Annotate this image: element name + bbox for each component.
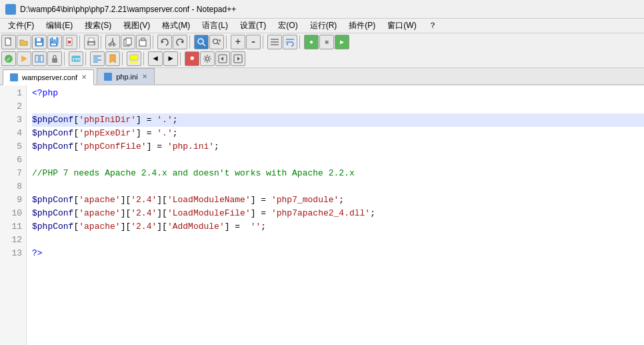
toolbar-sep-12 bbox=[180, 52, 183, 65]
tab-icon-1 bbox=[104, 73, 112, 81]
toolbar-area: + - ● ■ ▶ ✓ FTP bbox=[0, 33, 644, 68]
print-button[interactable] bbox=[84, 35, 99, 49]
stop-button[interactable]: ■ bbox=[185, 51, 199, 66]
highlight-button[interactable] bbox=[127, 51, 141, 66]
menu-item-menu-language[interactable]: 语言(L) bbox=[197, 19, 233, 33]
line-number-6: 6 bbox=[0, 153, 22, 167]
code-line-10: $phpConf['apache']['2.4']['LoadModuleFil… bbox=[32, 207, 644, 220]
wordwrap-button[interactable] bbox=[283, 35, 297, 49]
svg-rect-39 bbox=[35, 55, 39, 62]
svg-marker-25 bbox=[161, 40, 164, 43]
line-number-12: 12 bbox=[0, 234, 22, 247]
menu-item-menu-file[interactable]: 文件(F) bbox=[3, 19, 39, 33]
tab-1[interactable]: php.ini✕ bbox=[97, 68, 154, 84]
line-number-2: 2 bbox=[0, 100, 22, 113]
menu-item-menu-macro[interactable]: 宏(O) bbox=[273, 19, 303, 33]
line-number-9: 9 bbox=[0, 194, 22, 207]
save-all-button[interactable] bbox=[47, 35, 62, 49]
menu-bar: 文件(F)编辑(E)搜索(S)视图(V)格式(M)语言(L)设置(T)宏(O)运… bbox=[0, 19, 644, 33]
svg-point-50 bbox=[206, 57, 209, 60]
zoom-in-button[interactable]: + bbox=[231, 35, 245, 49]
code-line-6 bbox=[32, 153, 644, 167]
line-number-10: 10 bbox=[0, 207, 22, 220]
tab-0[interactable]: wampserver.conf✕ bbox=[3, 69, 94, 85]
prev-item-button[interactable] bbox=[215, 51, 230, 66]
svg-rect-49 bbox=[130, 61, 138, 63]
syntax-check-button[interactable]: ✓ bbox=[1, 51, 16, 66]
svg-rect-4 bbox=[37, 43, 42, 45]
menu-item-menu-edit[interactable]: 编辑(E) bbox=[41, 19, 78, 33]
settings-button[interactable] bbox=[200, 51, 215, 66]
svg-point-27 bbox=[198, 39, 203, 44]
run-script-button[interactable] bbox=[17, 51, 31, 66]
code-content[interactable]: <?php $phpConf['phpIniDir'] = '.';$phpCo… bbox=[27, 85, 644, 345]
menu-item-menu-window[interactable]: 窗口(W) bbox=[382, 19, 421, 33]
menu-item-menu-search[interactable]: 搜索(S) bbox=[79, 19, 117, 33]
svg-rect-15 bbox=[89, 43, 94, 45]
macro-record-button[interactable]: ● bbox=[304, 35, 319, 49]
close-button[interactable] bbox=[63, 35, 77, 49]
bookmark-button[interactable] bbox=[105, 51, 120, 66]
menu-item-menu-run[interactable]: 运行(R) bbox=[305, 19, 343, 33]
new-button[interactable] bbox=[1, 35, 16, 49]
find-button[interactable] bbox=[194, 35, 209, 49]
align-left-button[interactable] bbox=[90, 51, 105, 66]
tabs-bar: wampserver.conf✕php.ini✕ bbox=[0, 68, 644, 85]
tab-close-0[interactable]: ✕ bbox=[81, 73, 87, 81]
svg-marker-35 bbox=[286, 43, 288, 45]
code-line-7: //PHP 7 needs Apache 2.4.x and doesn't w… bbox=[32, 167, 644, 180]
macro-play-button[interactable]: ▶ bbox=[335, 35, 349, 49]
code-line-4: $phpConf['phpExeDir'] = '.'; bbox=[32, 127, 644, 140]
encrypt-button[interactable] bbox=[47, 51, 62, 66]
next-item-button[interactable] bbox=[231, 51, 245, 66]
tab-label-0: wampserver.conf bbox=[22, 73, 77, 81]
toolbar-sep-8 bbox=[64, 52, 67, 65]
menu-item-menu-plugins[interactable]: 插件(P) bbox=[343, 19, 381, 33]
svg-marker-38 bbox=[21, 55, 27, 62]
svg-text:FTP: FTP bbox=[73, 57, 80, 61]
line-number-11: 11 bbox=[0, 220, 22, 234]
paste-button[interactable] bbox=[136, 35, 151, 49]
undo-button[interactable] bbox=[157, 35, 172, 49]
compare-button[interactable] bbox=[32, 51, 47, 66]
toolbar-row-1: + - ● ■ ▶ bbox=[1, 35, 643, 50]
line-number-13: 13 bbox=[0, 247, 22, 260]
code-line-11: $phpConf['apache']['2.4']['AddModule'] =… bbox=[32, 220, 644, 234]
svg-rect-48 bbox=[130, 55, 138, 60]
svg-marker-52 bbox=[221, 57, 223, 61]
menu-item-menu-format[interactable]: 格式(M) bbox=[157, 19, 195, 33]
redo-button[interactable] bbox=[173, 35, 187, 49]
svg-rect-41 bbox=[52, 58, 57, 63]
ftp-button[interactable]: FTP bbox=[69, 51, 83, 66]
line-number-8: 8 bbox=[0, 180, 22, 194]
next-button[interactable]: ▶ bbox=[163, 51, 178, 66]
svg-line-30 bbox=[217, 43, 219, 45]
menu-item-menu-settings[interactable]: 设置(T) bbox=[235, 19, 271, 33]
menu-item-menu-help[interactable]: ？ bbox=[423, 19, 442, 33]
line-number-5: 5 bbox=[0, 140, 22, 153]
tab-close-1[interactable]: ✕ bbox=[142, 73, 147, 80]
toolbar-sep-7 bbox=[299, 35, 302, 49]
toolbar-sep-6 bbox=[263, 35, 265, 49]
svg-rect-24 bbox=[141, 38, 145, 41]
open-button[interactable] bbox=[17, 35, 31, 49]
svg-rect-7 bbox=[51, 43, 56, 45]
zoom-out-button[interactable]: - bbox=[246, 35, 261, 49]
svg-marker-54 bbox=[237, 57, 240, 61]
code-line-5: $phpConf['phpConfFile'] = 'php.ini'; bbox=[32, 140, 644, 153]
toolbar-sep-5 bbox=[226, 35, 229, 49]
menu-item-menu-view[interactable]: 视图(V) bbox=[118, 19, 155, 33]
cut-button[interactable] bbox=[105, 35, 120, 49]
save-button[interactable] bbox=[32, 35, 47, 49]
macro-stop-button[interactable]: ■ bbox=[319, 35, 334, 49]
line-number-7: 7 bbox=[0, 167, 22, 180]
toolbar-sep-4 bbox=[189, 35, 192, 49]
toolbar-row-2: ✓ FTP ◀ ▶ ■ bbox=[1, 51, 643, 67]
prev-button[interactable]: ◀ bbox=[148, 51, 163, 66]
toolbar-sep-11 bbox=[143, 52, 146, 65]
replace-button[interactable] bbox=[209, 35, 224, 49]
window-title: D:\wamp64\bin\php\php7.2.21\wampserver.c… bbox=[20, 5, 236, 14]
indent-button[interactable] bbox=[267, 35, 282, 49]
title-bar: D:\wamp64\bin\php\php7.2.21\wampserver.c… bbox=[0, 0, 644, 19]
copy-button[interactable] bbox=[121, 35, 135, 49]
